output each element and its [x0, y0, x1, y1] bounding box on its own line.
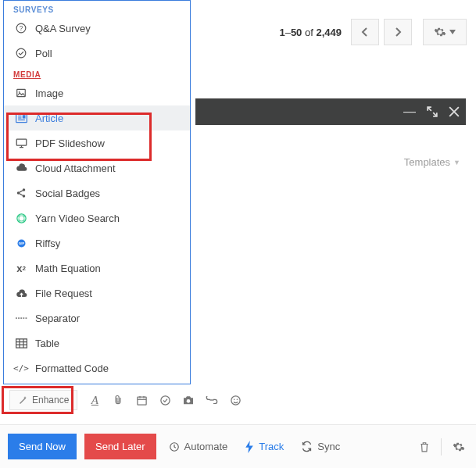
page-total: 2,449 — [316, 27, 342, 38]
chevron-right-icon — [394, 27, 402, 37]
chevron-left-icon — [361, 27, 369, 37]
svg-rect-10 — [16, 139, 27, 145]
cloud-icon — [15, 162, 27, 174]
yarn-icon — [15, 212, 27, 224]
attachment-button[interactable] — [112, 394, 124, 406]
more-settings-button[interactable] — [449, 438, 468, 456]
cloud-upload-icon — [15, 287, 27, 299]
font-format-button[interactable]: A — [88, 394, 101, 406]
enhance-button[interactable]: Enhance — [9, 390, 77, 410]
calendar-button[interactable] — [135, 394, 148, 406]
item-social-badges[interactable]: Social Badges — [4, 180, 190, 205]
item-label: Social Badges — [35, 188, 100, 199]
item-label: Math Equation — [35, 263, 101, 274]
track-button[interactable]: Track — [240, 438, 288, 456]
minimize-icon[interactable]: — — [403, 109, 416, 114]
svg-point-40 — [237, 398, 238, 400]
track-label: Track — [259, 441, 284, 452]
svg-point-35 — [161, 395, 170, 404]
send-later-button[interactable]: Send Later — [84, 434, 156, 459]
svg-text:?: ? — [20, 25, 23, 32]
item-label: Image — [35, 88, 63, 99]
item-label: Table — [35, 338, 59, 349]
help-circle-icon: ? — [15, 22, 27, 34]
svg-point-14 — [23, 188, 26, 191]
expand-icon[interactable] — [427, 106, 438, 117]
category-surveys: SURVEYS — [4, 1, 190, 16]
sync-label: Sync — [317, 441, 340, 452]
item-separator[interactable]: Separator — [4, 305, 190, 330]
item-label: Cloud Attachment — [35, 163, 116, 174]
svg-point-2 — [16, 48, 26, 58]
next-page-button[interactable] — [384, 19, 412, 45]
svg-rect-3 — [17, 89, 26, 96]
item-yarn-video[interactable]: Yarn Video Search — [4, 205, 190, 230]
link-button[interactable] — [206, 394, 218, 406]
item-pdf-slideshow[interactable]: PDF Slideshow — [4, 130, 190, 155]
page-count: 1–50 of 2,449 — [279, 27, 342, 38]
table-icon — [15, 337, 27, 349]
item-label: Poll — [35, 48, 52, 59]
item-label: File Request — [35, 288, 92, 299]
gif-icon: GIF — [15, 237, 27, 249]
caret-down-icon: ▼ — [453, 159, 460, 166]
automate-button[interactable]: Automate — [164, 438, 233, 455]
bolt-icon — [245, 441, 254, 453]
camera-button[interactable] — [182, 394, 195, 406]
gear-icon — [434, 26, 446, 38]
sync-button[interactable]: Sync — [296, 438, 345, 455]
article-icon — [15, 112, 27, 124]
item-poll[interactable]: Poll — [4, 41, 190, 66]
item-label: Separator — [35, 313, 80, 324]
prev-page-button[interactable] — [351, 19, 379, 45]
compose-window-bar: — — [195, 98, 466, 125]
send-now-button[interactable]: Send Now — [8, 434, 77, 459]
share-icon — [15, 187, 27, 199]
item-label: Q&A Survey — [35, 23, 91, 34]
item-label: Formatted Code — [35, 363, 109, 374]
item-math-equation[interactable]: x2 Math Equation — [4, 255, 190, 280]
automate-label: Automate — [184, 441, 228, 452]
settings-button[interactable] — [423, 19, 467, 45]
enhance-label: Enhance — [32, 395, 69, 405]
templates-dropdown[interactable]: Templates ▼ — [404, 156, 460, 168]
svg-point-38 — [231, 395, 240, 404]
check-circle-icon — [15, 47, 27, 59]
item-article[interactable]: Article — [4, 105, 190, 130]
svg-rect-20 — [16, 338, 27, 347]
category-media: MEDIA — [4, 66, 190, 80]
item-table[interactable]: Table — [4, 330, 190, 355]
image-icon — [15, 87, 27, 99]
item-cloud-attachment[interactable]: Cloud Attachment — [4, 155, 190, 180]
separator-icon — [15, 312, 27, 324]
item-image[interactable]: Image — [4, 80, 190, 105]
pagination-bar: 1–50 of 2,449 — [279, 19, 467, 45]
close-icon[interactable] — [449, 106, 460, 117]
svg-rect-9 — [22, 115, 25, 118]
task-button[interactable] — [159, 394, 171, 406]
item-crowdcast[interactable]: Crowdcast — [4, 380, 190, 384]
item-file-request[interactable]: File Request — [4, 280, 190, 305]
enhance-dropdown: SURVEYS ? Q&A Survey Poll MEDIA Image Ar… — [3, 0, 191, 384]
enhance-dropdown-scroll[interactable]: SURVEYS ? Q&A Survey Poll MEDIA Image Ar… — [4, 1, 190, 384]
item-label: Riffsy — [35, 238, 60, 249]
delete-button[interactable] — [416, 438, 433, 456]
monitor-icon — [15, 137, 27, 149]
item-label: Yarn Video Search — [35, 213, 120, 224]
item-formatted-code[interactable]: </> Formatted Code — [4, 355, 190, 380]
item-label: PDF Slideshow — [35, 138, 105, 149]
svg-text:GIF: GIF — [18, 241, 24, 245]
item-label: Article — [35, 113, 63, 124]
svg-rect-27 — [138, 397, 146, 405]
code-icon: </> — [15, 362, 27, 374]
compose-toolbar: Enhance A — [5, 388, 471, 413]
svg-point-13 — [17, 191, 20, 195]
page-end: 50 — [291, 27, 302, 38]
templates-label: Templates — [404, 156, 450, 168]
sync-icon — [301, 441, 313, 452]
emoji-button[interactable] — [229, 394, 242, 406]
item-riffsy[interactable]: GIF Riffsy — [4, 230, 190, 255]
divider — [441, 438, 442, 455]
svg-point-15 — [23, 195, 26, 198]
item-qa-survey[interactable]: ? Q&A Survey — [4, 16, 190, 41]
